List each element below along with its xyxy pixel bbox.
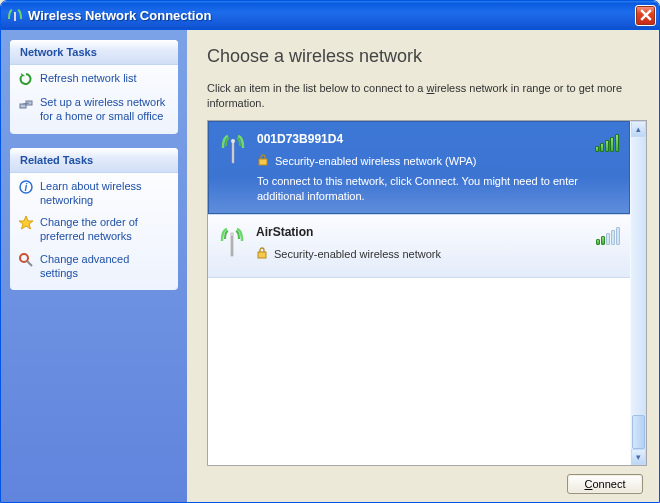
bottom-bar: Connect (207, 466, 647, 494)
network-body: 001D73B991D4 Security-enabled wireless n… (257, 132, 585, 204)
task-refresh-network-list[interactable]: Refresh network list (10, 65, 178, 89)
sidebar: Network Tasks Refresh network list Set u… (1, 30, 187, 502)
task-label: Change the order of preferred networks (40, 215, 170, 244)
svg-rect-1 (20, 104, 26, 108)
scrollbar[interactable]: ▴ ▾ (630, 121, 646, 465)
network-name: 001D73B991D4 (257, 132, 585, 146)
related-tasks-panel: Related Tasks i Learn about wireless net… (10, 148, 178, 291)
svg-point-10 (230, 232, 234, 236)
scroll-up-button[interactable]: ▴ (631, 121, 646, 137)
network-item-selected[interactable]: 001D73B991D4 Security-enabled wireless n… (208, 121, 630, 215)
network-name: AirStation (256, 225, 586, 239)
network-description: To connect to this network, click Connec… (257, 174, 585, 204)
svg-rect-11 (258, 252, 266, 258)
settings-icon (18, 252, 34, 268)
wireless-icon (7, 8, 23, 22)
svg-rect-8 (259, 159, 267, 165)
task-learn-wireless[interactable]: i Learn about wireless networking (10, 173, 178, 210)
scroll-thumb[interactable] (632, 415, 645, 449)
task-label: Set up a wireless network for a home or … (40, 95, 170, 124)
svg-point-5 (20, 254, 28, 262)
panel-header: Network Tasks (10, 40, 178, 65)
signal-strength-icon (596, 225, 620, 245)
signal-strength-icon (595, 132, 619, 152)
task-advanced-settings[interactable]: Change advanced settings (10, 246, 178, 283)
network-security-row: Security-enabled wireless network (WPA) (257, 154, 585, 168)
star-icon (18, 215, 34, 231)
setup-network-icon (18, 95, 34, 111)
refresh-icon (18, 71, 34, 87)
instruction-pre: Click an item in the list below to conne… (207, 82, 427, 94)
task-label: Change advanced settings (40, 252, 170, 281)
scroll-down-button[interactable]: ▾ (631, 449, 646, 465)
network-body: AirStation Security-enabled wireless net… (256, 225, 586, 267)
network-security-row: Security-enabled wireless network (256, 247, 586, 261)
network-tasks-panel: Network Tasks Refresh network list Set u… (10, 40, 178, 134)
svg-rect-9 (231, 234, 233, 256)
instruction-text: Click an item in the list below to conne… (207, 81, 647, 112)
network-list[interactable]: 001D73B991D4 Security-enabled wireless n… (208, 121, 630, 465)
main-panel: Choose a wireless network Click an item … (187, 30, 659, 502)
titlebar[interactable]: Wireless Network Connection (1, 1, 659, 29)
scroll-track[interactable] (631, 137, 646, 449)
svg-point-7 (231, 139, 235, 143)
svg-rect-0 (14, 12, 16, 21)
network-list-container: 001D73B991D4 Security-enabled wireless n… (207, 120, 647, 466)
close-button[interactable] (635, 5, 656, 26)
svg-text:i: i (25, 182, 28, 193)
lock-icon (257, 154, 269, 168)
task-change-order[interactable]: Change the order of preferred networks (10, 209, 178, 246)
task-label: Learn about wireless networking (40, 179, 170, 208)
antenna-icon (219, 132, 247, 204)
security-text: Security-enabled wireless network (274, 248, 441, 260)
security-text: Security-enabled wireless network (WPA) (275, 155, 477, 167)
svg-rect-6 (232, 141, 234, 163)
page-title: Choose a wireless network (207, 46, 647, 67)
network-item[interactable]: AirStation Security-enabled wireless net… (208, 214, 630, 278)
task-setup-wireless-network[interactable]: Set up a wireless network for a home or … (10, 89, 178, 126)
window-body: Network Tasks Refresh network list Set u… (1, 29, 659, 502)
task-label: Refresh network list (40, 71, 137, 85)
lock-icon (256, 247, 268, 261)
connect-button[interactable]: Connect (567, 474, 643, 494)
antenna-icon (218, 225, 246, 267)
info-icon: i (18, 179, 34, 195)
window: Wireless Network Connection Network Task… (0, 0, 660, 503)
panel-header: Related Tasks (10, 148, 178, 173)
window-title: Wireless Network Connection (28, 8, 635, 23)
connect-label-rest: onnect (592, 478, 625, 490)
